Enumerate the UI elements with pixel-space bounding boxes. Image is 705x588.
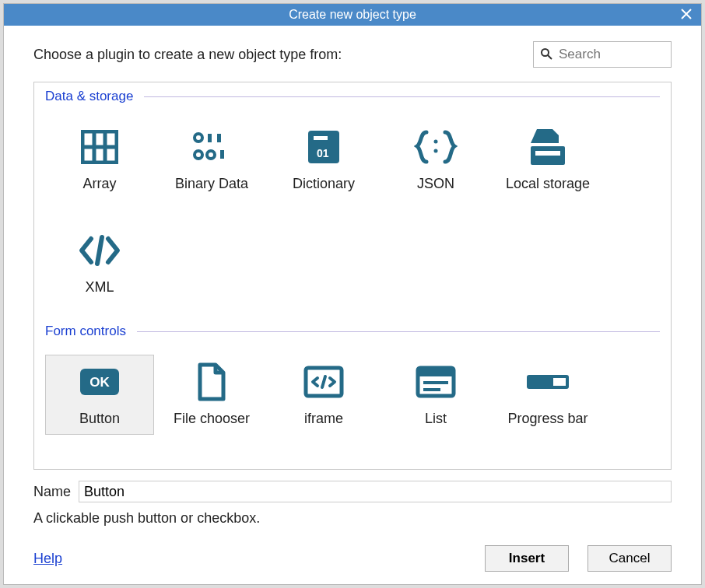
- plugin-list[interactable]: List: [381, 355, 490, 435]
- plugin-label: Binary Data: [175, 176, 248, 193]
- help-link[interactable]: Help: [33, 551, 62, 567]
- plugin-file-chooser[interactable]: File chooser: [157, 355, 266, 435]
- xml-icon: [79, 229, 121, 271]
- plugin-iframe[interactable]: iframe: [269, 355, 378, 435]
- create-object-type-dialog: Create new object type Choose a plugin t…: [3, 3, 702, 585]
- close-icon[interactable]: [678, 6, 695, 23]
- array-icon: [81, 125, 118, 168]
- group-title: Form controls: [45, 324, 126, 339]
- svg-rect-8: [217, 134, 221, 142]
- plugin-description: A clickable push button or checkbox.: [33, 510, 672, 527]
- dialog-title: Create new object type: [289, 8, 416, 22]
- plugin-array[interactable]: Array: [45, 120, 154, 200]
- plugin-button[interactable]: OK Button: [45, 355, 154, 435]
- plugin-binary-data[interactable]: Binary Data: [157, 120, 266, 200]
- svg-line-19: [97, 237, 102, 264]
- plugin-label: iframe: [304, 411, 343, 428]
- progress-bar-icon: [525, 360, 570, 403]
- plugin-label: XML: [85, 279, 114, 296]
- svg-rect-27: [423, 388, 440, 391]
- search-input[interactable]: [557, 46, 665, 63]
- plugin-label: File chooser: [174, 411, 250, 428]
- svg-rect-13: [314, 136, 328, 140]
- insert-button[interactable]: Insert: [485, 545, 569, 572]
- dictionary-icon: 01: [306, 125, 342, 168]
- list-icon: [416, 360, 456, 403]
- plugin-label: Button: [79, 411, 120, 428]
- group-header-form-controls: Form controls: [45, 324, 660, 339]
- svg-rect-26: [423, 381, 448, 384]
- divider: [144, 96, 660, 97]
- svg-rect-29: [553, 378, 566, 386]
- svg-text:01: 01: [317, 147, 329, 159]
- svg-rect-7: [208, 134, 212, 142]
- plugin-xml[interactable]: XML: [45, 223, 154, 303]
- svg-line-23: [322, 376, 325, 387]
- iframe-icon: [303, 360, 344, 403]
- group-title: Data & storage: [45, 89, 133, 104]
- svg-point-15: [434, 139, 438, 143]
- plugin-label: List: [425, 411, 447, 428]
- divider: [137, 331, 660, 332]
- plugin-label: Progress bar: [507, 411, 588, 428]
- plugin-json[interactable]: JSON: [381, 120, 490, 200]
- svg-point-16: [434, 149, 438, 152]
- prompt-text: Choose a plugin to create a new object t…: [33, 47, 342, 63]
- cancel-button[interactable]: Cancel: [588, 545, 672, 572]
- titlebar: Create new object type: [4, 4, 701, 26]
- plugin-local-storage[interactable]: Local storage: [493, 120, 602, 200]
- plugin-progress-bar[interactable]: Progress bar: [493, 355, 602, 435]
- plugin-label: Array: [82, 176, 116, 193]
- json-icon: [414, 125, 458, 168]
- svg-text:OK: OK: [89, 375, 110, 390]
- plugin-label: Dictionary: [293, 176, 355, 193]
- file-chooser-icon: [196, 360, 227, 403]
- binary-data-icon: [192, 125, 231, 168]
- svg-line-1: [548, 55, 552, 59]
- plugin-label: Local storage: [506, 176, 590, 193]
- name-input[interactable]: [79, 481, 672, 502]
- svg-rect-18: [535, 151, 560, 156]
- plugin-label: JSON: [417, 176, 454, 193]
- svg-point-10: [207, 151, 215, 159]
- svg-point-6: [195, 134, 202, 142]
- local-storage-icon: [531, 125, 565, 168]
- svg-rect-11: [220, 150, 224, 159]
- search-field[interactable]: [533, 41, 672, 68]
- svg-point-0: [542, 49, 549, 56]
- button-icon: OK: [79, 360, 121, 403]
- svg-rect-25: [418, 368, 454, 376]
- search-icon: [540, 47, 552, 62]
- name-label: Name: [33, 484, 71, 500]
- plugin-list: Data & storage Array Binary Data: [33, 82, 672, 470]
- plugin-dictionary[interactable]: 01 Dictionary: [269, 120, 378, 200]
- group-header-data-storage: Data & storage: [45, 89, 660, 104]
- svg-point-9: [195, 151, 202, 159]
